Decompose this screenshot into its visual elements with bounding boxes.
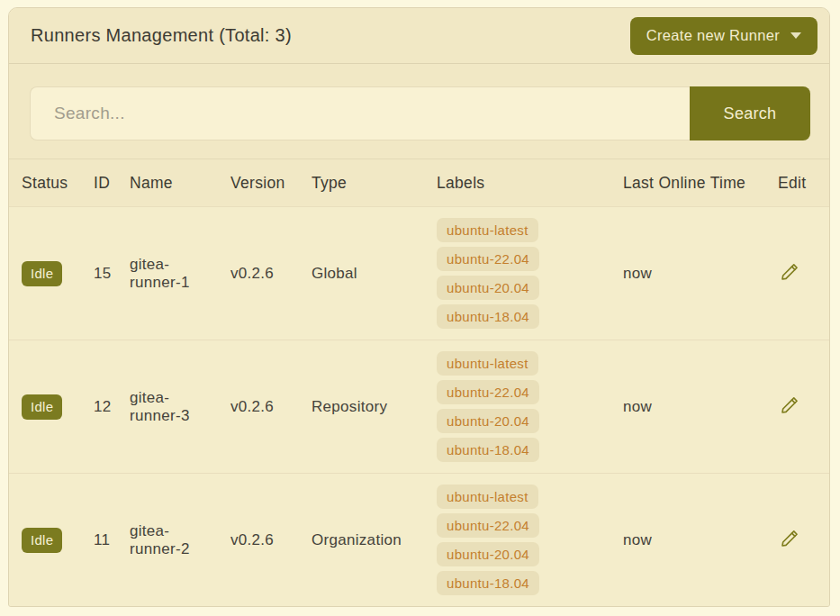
runner-label-chip: ubuntu-18.04 xyxy=(437,304,539,329)
runner-label-chip: ubuntu-latest xyxy=(437,485,538,509)
last-online-time: now xyxy=(623,340,778,473)
create-runner-button[interactable]: Create new Runner xyxy=(630,17,817,55)
runner-label-chip: ubuntu-latest xyxy=(437,218,538,242)
last-online-time: now xyxy=(623,206,778,340)
runner-label-chip: ubuntu-20.04 xyxy=(437,409,539,433)
table-header-row: Status ID Name Version Type Labels Last … xyxy=(9,159,830,206)
column-header-type: Type xyxy=(312,159,437,206)
pencil-icon xyxy=(780,395,799,415)
labels-list: ubuntu-latest ubuntu-22.04 ubuntu-20.04 … xyxy=(437,485,623,595)
column-header-last-online-time: Last Online Time xyxy=(623,159,778,206)
runner-name: gitea-runner-2 xyxy=(130,473,230,606)
runner-label-chip: ubuntu-20.04 xyxy=(437,276,539,300)
edit-runner-button[interactable] xyxy=(778,260,801,284)
labels-list: ubuntu-latest ubuntu-22.04 ubuntu-20.04 … xyxy=(437,218,623,329)
column-header-labels: Labels xyxy=(437,159,623,206)
pencil-icon xyxy=(780,262,799,282)
runner-label-chip: ubuntu-18.04 xyxy=(437,438,539,462)
edit-runner-button[interactable] xyxy=(778,394,801,417)
runner-label-chip: ubuntu-22.04 xyxy=(437,247,539,271)
table-row: Idle 11 gitea-runner-2 v0.2.6 Organizati… xyxy=(9,473,830,606)
edit-runner-button[interactable] xyxy=(778,527,801,550)
status-badge: Idle xyxy=(22,261,62,286)
search-button[interactable]: Search xyxy=(690,86,810,140)
runner-version: v0.2.6 xyxy=(230,340,312,473)
column-header-edit: Edit xyxy=(778,159,830,206)
panel-header: Runners Management (Total: 3) Create new… xyxy=(9,8,829,64)
runner-type: Organization xyxy=(312,473,437,606)
last-online-time: now xyxy=(623,473,778,606)
column-header-name: Name xyxy=(130,159,230,206)
caret-down-icon xyxy=(790,32,801,39)
runner-version: v0.2.6 xyxy=(230,473,312,606)
status-badge: Idle xyxy=(22,528,62,553)
table-row: Idle 12 gitea-runner-3 v0.2.6 Repository… xyxy=(9,340,830,473)
column-header-version: Version xyxy=(230,159,312,206)
labels-list: ubuntu-latest ubuntu-22.04 ubuntu-20.04 … xyxy=(437,351,623,462)
table-row: Idle 15 gitea-runner-1 v0.2.6 Global ubu… xyxy=(9,206,830,340)
runner-label-chip: ubuntu-20.04 xyxy=(437,542,539,566)
runner-version: v0.2.6 xyxy=(230,206,312,340)
runner-label-chip: ubuntu-18.04 xyxy=(437,571,539,595)
runner-type: Global xyxy=(312,206,437,340)
runner-id: 11 xyxy=(94,473,130,606)
runners-table: Status ID Name Version Type Labels Last … xyxy=(9,159,830,606)
runner-id: 12 xyxy=(94,340,130,473)
runners-management-panel: Runners Management (Total: 3) Create new… xyxy=(8,7,830,607)
runner-name: gitea-runner-3 xyxy=(130,340,230,473)
column-header-id: ID xyxy=(94,159,130,206)
runner-label-chip: ubuntu-22.04 xyxy=(437,513,539,538)
runner-label-chip: ubuntu-latest xyxy=(437,351,538,376)
runner-id: 15 xyxy=(94,206,130,340)
page-title: Runners Management (Total: 3) xyxy=(31,25,292,46)
runner-label-chip: ubuntu-22.04 xyxy=(437,380,539,404)
search-input[interactable] xyxy=(30,86,690,140)
runner-type: Repository xyxy=(312,340,437,473)
create-runner-button-label: Create new Runner xyxy=(646,27,780,44)
search-section: Search xyxy=(9,64,829,159)
column-header-status: Status xyxy=(9,159,94,206)
runner-name: gitea-runner-1 xyxy=(130,206,230,340)
pencil-icon xyxy=(780,529,799,548)
status-badge: Idle xyxy=(22,394,62,420)
search-bar: Search xyxy=(30,86,810,140)
